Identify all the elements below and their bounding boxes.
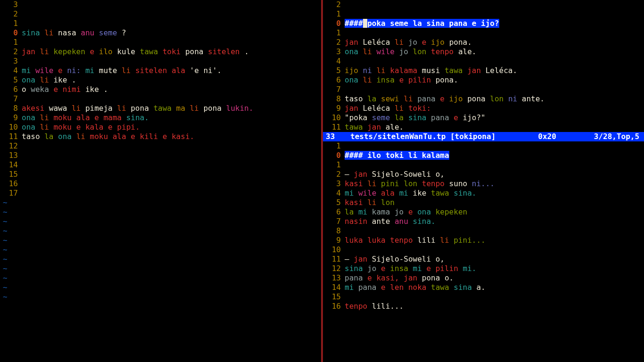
- code-line[interactable]: 15: [323, 292, 644, 302]
- code-line[interactable]: 11– jan Sijelo-Soweli o,: [323, 255, 644, 264]
- line-content[interactable]: #### poka seme la sina pana e ijo?: [345, 19, 644, 28]
- line-content[interactable]: kasi li lon: [345, 198, 644, 207]
- line-content[interactable]: kasi li pini lon tenpo suno ni...: [345, 179, 644, 189]
- right-bottom-buffer[interactable]: 10#### ilo toki li kalama12– jan Sijelo-…: [323, 141, 644, 311]
- line-content[interactable]: [22, 189, 321, 198]
- code-line[interactable]: 11tawa jan ale.: [323, 123, 644, 132]
- line-content[interactable]: [22, 151, 321, 160]
- line-content[interactable]: taso la sewi li pana e ijo pona lon ni a…: [345, 94, 644, 104]
- code-line[interactable]: 2jan li kepeken e ilo kule tawa toki pon…: [0, 47, 321, 57]
- code-line[interactable]: 13: [0, 151, 321, 160]
- code-line[interactable]: 7: [0, 94, 321, 104]
- code-line[interactable]: 2– jan Sijelo-Soweli o,: [323, 170, 644, 179]
- line-content[interactable]: [22, 38, 321, 47]
- line-content[interactable]: [345, 9, 644, 19]
- line-content[interactable]: nasin ante anu sina.: [345, 217, 644, 226]
- code-line[interactable]: 17: [0, 189, 321, 198]
- line-content[interactable]: mi pana e len noka tawa sina a.: [345, 283, 644, 292]
- code-line[interactable]: 4mi wile e ni: mi mute li sitelen ala 'e…: [0, 66, 321, 75]
- line-content[interactable]: sina jo e insa mi e pilin mi.: [345, 264, 644, 273]
- line-content[interactable]: [345, 28, 644, 38]
- line-content[interactable]: jan Leléca li jo e ijo pona.: [345, 38, 644, 47]
- code-line[interactable]: 9jan Leléca li toki:: [323, 104, 644, 113]
- code-line[interactable]: 16tenpo lili...: [323, 302, 644, 311]
- code-line[interactable]: 0#### ilo toki li kalama: [323, 151, 644, 160]
- line-content[interactable]: ona li wile jo lon tenpo ale.: [345, 47, 644, 57]
- line-content[interactable]: sina li nasa anu seme ?: [22, 28, 321, 38]
- code-line[interactable]: 10: [323, 245, 644, 255]
- right-top-buffer[interactable]: 210#### poka seme la sina pana e ijo?12j…: [323, 0, 644, 132]
- line-content[interactable]: [345, 141, 644, 151]
- code-line[interactable]: 2: [0, 9, 321, 19]
- code-line[interactable]: 10ona li moku e kala e pipi.: [0, 123, 321, 132]
- code-line[interactable]: 13pana e kasi, jan pona o.: [323, 273, 644, 283]
- code-line[interactable]: 4mi wile ala mi ike tawa sina.: [323, 189, 644, 198]
- code-line[interactable]: 14: [0, 160, 321, 170]
- code-line[interactable]: 6ona li insa e pilin pona.: [323, 75, 644, 85]
- line-content[interactable]: taso la ona li moku ala e kili e kasi.: [22, 132, 321, 141]
- code-line[interactable]: 3kasi li pini lon tenpo suno ni...: [323, 179, 644, 189]
- line-content[interactable]: la mi kama jo e ona kepeken: [345, 207, 644, 217]
- line-content[interactable]: [22, 170, 321, 179]
- code-line[interactable]: 1: [323, 9, 644, 19]
- pane-right[interactable]: 210#### poka seme la sina pana e ijo?12j…: [323, 0, 644, 362]
- code-line[interactable]: 16: [0, 179, 321, 189]
- code-line[interactable]: 12: [0, 141, 321, 151]
- code-line[interactable]: 2: [323, 0, 644, 9]
- line-content[interactable]: jan Leléca li toki:: [345, 104, 644, 113]
- left-buffer[interactable]: 3210sina li nasa anu seme ?12jan li kepe…: [0, 0, 321, 198]
- code-line[interactable]: 6la mi kama jo e ona kepeken: [323, 207, 644, 217]
- line-content[interactable]: [22, 9, 321, 19]
- code-line[interactable]: 11taso la ona li moku ala e kili e kasi.: [0, 132, 321, 141]
- line-content[interactable]: [22, 57, 321, 66]
- code-line[interactable]: 10"poka seme la sina pana e ijo?": [323, 113, 644, 123]
- line-content[interactable]: [22, 0, 321, 9]
- code-line[interactable]: 1: [0, 19, 321, 28]
- code-line[interactable]: 6o weka e nimi ike .: [0, 85, 321, 94]
- line-content[interactable]: [345, 160, 644, 170]
- code-line[interactable]: 12sina jo e insa mi e pilin mi.: [323, 264, 644, 273]
- code-line[interactable]: 3: [0, 57, 321, 66]
- code-line[interactable]: 14mi pana e len noka tawa sina a.: [323, 283, 644, 292]
- code-line[interactable]: 1: [0, 38, 321, 47]
- line-content[interactable]: #### ilo toki li kalama: [345, 151, 644, 160]
- code-line[interactable]: 15: [0, 170, 321, 179]
- code-line[interactable]: 1: [323, 141, 644, 151]
- line-content[interactable]: [345, 85, 644, 94]
- line-content[interactable]: [345, 0, 644, 9]
- code-line[interactable]: 9ona li moku ala e mama sina.: [0, 113, 321, 123]
- line-content[interactable]: [22, 160, 321, 170]
- line-content[interactable]: mi wile e ni: mi mute li sitelen ala 'e …: [22, 66, 321, 75]
- line-content[interactable]: [345, 292, 644, 302]
- code-line[interactable]: 3: [0, 0, 321, 9]
- code-line[interactable]: 5ona li ike .: [0, 75, 321, 85]
- line-content[interactable]: [345, 57, 644, 66]
- code-line[interactable]: 0sina li nasa anu seme ?: [0, 28, 321, 38]
- code-line[interactable]: 1: [323, 160, 644, 170]
- line-content[interactable]: [22, 179, 321, 189]
- line-content[interactable]: – jan Sijelo-Soweli o,: [345, 255, 644, 264]
- line-content[interactable]: tenpo lili...: [345, 302, 644, 311]
- line-content[interactable]: mi wile ala mi ike tawa sina.: [345, 189, 644, 198]
- code-line[interactable]: 7nasin ante anu sina.: [323, 217, 644, 226]
- line-content[interactable]: ijo ni li kalama musi tawa jan Leléca.: [345, 66, 644, 75]
- code-line[interactable]: 8: [323, 226, 644, 236]
- code-line[interactable]: 5kasi li lon: [323, 198, 644, 207]
- line-content[interactable]: [345, 226, 644, 236]
- code-line[interactable]: 4: [323, 57, 644, 66]
- code-line[interactable]: 8taso la sewi li pana e ijo pona lon ni …: [323, 94, 644, 104]
- line-content[interactable]: [345, 245, 644, 255]
- code-line[interactable]: 1: [323, 28, 644, 38]
- line-content[interactable]: ona li moku e kala e pipi.: [22, 123, 321, 132]
- line-content[interactable]: ona li ike .: [22, 75, 321, 85]
- line-content[interactable]: o weka e nimi ike .: [22, 85, 321, 94]
- line-content[interactable]: luka luka tenpo lili li pini...: [345, 236, 644, 245]
- code-line[interactable]: 8akesi wawa li pimeja li pona tawa ma li…: [0, 104, 321, 113]
- code-line[interactable]: 3ona li wile jo lon tenpo ale.: [323, 47, 644, 57]
- code-line[interactable]: 9luka luka tenpo lili li pini...: [323, 236, 644, 245]
- code-line[interactable]: 2jan Leléca li jo e ijo pona.: [323, 38, 644, 47]
- line-content[interactable]: ona li moku ala e mama sina.: [22, 113, 321, 123]
- line-content[interactable]: ona li insa e pilin pona.: [345, 75, 644, 85]
- code-line[interactable]: 0#### poka seme la sina pana e ijo?: [323, 19, 644, 28]
- line-content[interactable]: [22, 94, 321, 104]
